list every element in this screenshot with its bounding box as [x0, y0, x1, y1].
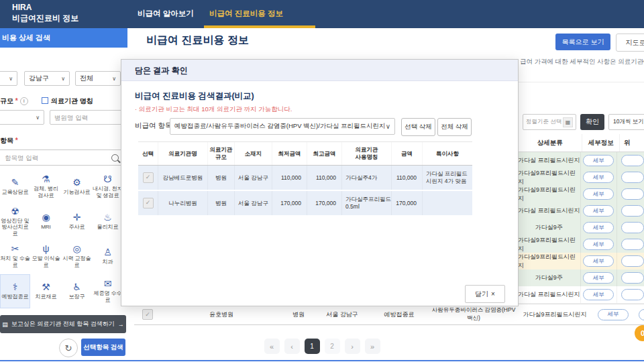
sort-select[interactable]: 정렬기준 선택 ▦: [523, 114, 576, 130]
reset-button[interactable]: ↻: [59, 339, 78, 357]
location-button[interactable]: [621, 239, 644, 250]
detail-cell: 세부: [581, 169, 617, 186]
page-next[interactable]: ›: [345, 339, 360, 354]
category-item[interactable]: ◉MRI: [31, 204, 61, 239]
detail-button[interactable]: 세부: [583, 222, 614, 233]
cell: 170,000: [392, 191, 423, 215]
chevron-down-icon: ∨: [9, 76, 13, 82]
checkbox-checked[interactable]: ✓: [143, 198, 154, 208]
close-icon: ×: [491, 290, 495, 298]
view-all-items-button[interactable]: ▤ 보고싶은 의료기관 전체 항목 검색하기 →: [0, 315, 126, 333]
category-item[interactable]: ☢영상진단 및 방사선치료료: [0, 204, 30, 239]
modal-header: 담은 결과 확인: [121, 60, 518, 81]
detail-button[interactable]: 세부: [583, 188, 614, 200]
cell: 가다실주프리필드0.5ml: [342, 191, 392, 215]
detail-button[interactable]: 세부: [598, 309, 629, 320]
detail-button[interactable]: 세부: [583, 239, 614, 250]
location-button[interactable]: [621, 172, 644, 183]
results-header: 상세분류 세부정보 위: [518, 134, 644, 152]
header-cell: 의료기관 규모: [208, 142, 235, 165]
location-cell: [617, 269, 644, 286]
page-last[interactable]: »: [365, 339, 380, 354]
nav-item-learn[interactable]: 비급여 알아보기: [138, 0, 194, 27]
category-item[interactable]: ⚗검체, 병리 검사료: [31, 170, 61, 204]
result-row: 가다실 프리필드시린지세부: [518, 202, 644, 219]
result-detail-category: 가다실9주: [518, 269, 581, 286]
category-item[interactable]: ⚒치료재료: [31, 274, 61, 308]
page-size-select[interactable]: 10개씩 보기 ∨: [608, 114, 644, 130]
nav-item-cost-info[interactable]: 비급여 진료비용 정보: [209, 0, 283, 27]
detail-button[interactable]: 세부: [583, 172, 614, 183]
compare-count-badge[interactable]: 0: [635, 325, 644, 341]
item-search-input[interactable]: [0, 149, 125, 166]
page-prev[interactable]: ‹: [284, 339, 300, 354]
checkbox-checked[interactable]: ✓: [143, 172, 154, 183]
category-label: 시력 교정술료: [62, 255, 92, 268]
hospital-type: 병원: [282, 310, 315, 319]
sidebar-title: 비용 상세 검색: [0, 28, 127, 48]
org-name-input[interactable]: [50, 110, 123, 125]
category-item[interactable]: ⚙기능검사료: [62, 170, 92, 204]
header-cell: 최고금액: [307, 142, 342, 165]
category-label: 주사료: [69, 224, 85, 231]
detail-button[interactable]: 세부: [583, 155, 614, 166]
cell: 110,000: [272, 166, 307, 190]
delete-selected-button[interactable]: 선택 삭제: [401, 118, 435, 136]
region-select-1[interactable]: ∨: [0, 71, 17, 86]
sort-confirm-button[interactable]: 확인: [580, 114, 604, 130]
sort-icon: ▦: [563, 117, 573, 127]
row-checkbox-cell: ✓: [134, 309, 161, 320]
category-label: 치료재료: [36, 294, 57, 300]
col-detail-info: 세부정보: [582, 134, 620, 152]
page-first[interactable]: «: [264, 339, 280, 354]
category-item[interactable]: ✛주사료: [62, 204, 92, 239]
result-row: 가다실9프리필드시린지세부: [518, 253, 644, 269]
map-view-button[interactable]: 지도로 보기: [616, 34, 644, 52]
item-label: 항목 *: [0, 136, 18, 145]
region-select-3[interactable]: 전체∨: [75, 71, 121, 86]
detail-button[interactable]: 세부: [583, 205, 614, 217]
page-number[interactable]: 1: [305, 339, 320, 354]
category-item[interactable]: ⚕예방접종료: [0, 274, 30, 308]
list-view-button[interactable]: 목록으로 보기: [555, 34, 610, 50]
hira-logo[interactable]: HIRA 비급여진료비 정보: [12, 3, 78, 23]
region-select-2[interactable]: 강남구∨: [24, 71, 70, 86]
item-search-wrap: [0, 149, 125, 166]
location-button[interactable]: [621, 255, 644, 267]
modal-item-select[interactable]: 예방접종료/사람유두종바이러스 감염증(HPV 백신)/가다실 프리필드시린지 …: [170, 118, 395, 135]
dental-icon: ♙: [103, 247, 112, 257]
scale-select[interactable]: ∨: [0, 110, 44, 125]
category-item[interactable]: ◎시력 교정술료: [62, 239, 92, 274]
location-button[interactable]: [621, 289, 644, 300]
location-button[interactable]: [639, 309, 644, 320]
location-button[interactable]: [621, 222, 644, 233]
item-category: 예방접종료: [369, 310, 429, 319]
category-item[interactable]: ♙치과: [93, 239, 123, 274]
location-cell: [617, 253, 644, 269]
location-button[interactable]: [621, 272, 644, 284]
detail-button[interactable]: 세부: [583, 289, 614, 300]
detail-button[interactable]: 세부: [583, 272, 614, 284]
search-selected-button[interactable]: 선택항목 검색: [81, 339, 125, 356]
category-item[interactable]: ✎교육상담료: [0, 170, 30, 204]
detail-button[interactable]: 세부: [583, 255, 614, 267]
header-cell: 의료기관 사용명칭: [342, 142, 392, 165]
modal-close-button[interactable]: 닫기 ×: [465, 285, 505, 303]
category-label: MRI: [41, 224, 51, 231]
location-button[interactable]: [621, 188, 644, 200]
location-button[interactable]: [621, 155, 644, 166]
category-item[interactable]: ψ모발 이식술료: [31, 239, 61, 274]
cell: 서울 강남구: [235, 191, 272, 215]
category-item[interactable]: ☋내시경, 천자 및 생검료: [93, 170, 123, 204]
category-item[interactable]: ✉제증명 수수료: [93, 274, 123, 308]
location-cell: [617, 286, 644, 303]
result-row: 가다실 프리필드시린지세부: [518, 286, 644, 304]
category-item[interactable]: ♿보장구: [62, 274, 92, 308]
checkbox-checked[interactable]: ✓: [142, 309, 153, 320]
page-number[interactable]: 2: [325, 339, 340, 354]
delete-all-button[interactable]: 전체 삭제: [437, 118, 472, 136]
location-button[interactable]: [621, 205, 644, 217]
category-item[interactable]: ✂처치 및 수술료: [0, 239, 30, 274]
category-item[interactable]: ♨물리치료: [93, 204, 123, 239]
result-row: 가다실9프리필드시린지세부: [518, 236, 644, 253]
